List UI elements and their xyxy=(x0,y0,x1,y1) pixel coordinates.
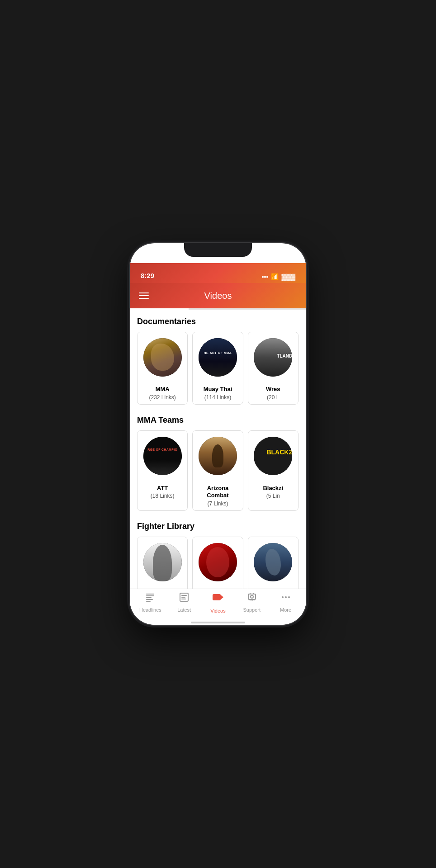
header-title: Videos xyxy=(204,291,232,301)
svg-point-15 xyxy=(288,596,290,598)
nav-videos-label: Videos xyxy=(210,608,225,613)
card-israel-circle xyxy=(199,543,237,581)
documentaries-title: Documentaries xyxy=(137,317,299,326)
signal-icon: ▪▪▪ xyxy=(261,273,268,280)
card-jonj-image-container xyxy=(248,537,298,587)
nav-item-support[interactable]: Support xyxy=(235,592,269,613)
card-blackzi-image-container xyxy=(248,431,298,481)
card-gsp-image xyxy=(143,543,182,581)
card-gsp[interactable]: Georges St-Pierre (36 Links) xyxy=(137,537,188,589)
mma-teams-section: MMA Teams ATT (18 Links) xyxy=(130,408,306,514)
menu-line xyxy=(139,298,149,299)
card-att-circle xyxy=(143,437,182,475)
card-arizona-name: Arizona Combat xyxy=(196,485,239,500)
status-icons: ▪▪▪ 📶 ▓▓▓ xyxy=(261,273,295,280)
home-indicator xyxy=(191,622,245,623)
card-muay-thai[interactable]: Muay Thai (114 Links) xyxy=(192,332,243,405)
menu-line xyxy=(139,295,149,296)
card-wres-image-container xyxy=(248,332,298,382)
card-muay-info: Muay Thai (114 Links) xyxy=(193,382,242,404)
svg-rect-3 xyxy=(146,599,153,600)
nav-headlines-label: Headlines xyxy=(139,607,161,613)
nav-more-label: More xyxy=(280,607,291,613)
card-arizona[interactable]: Arizona Combat (7 Links) xyxy=(192,430,243,511)
svg-rect-1 xyxy=(146,595,154,596)
menu-button[interactable] xyxy=(139,292,149,299)
card-att-name: ATT xyxy=(141,485,184,492)
svg-point-12 xyxy=(251,595,253,598)
nav-item-headlines[interactable]: Headlines xyxy=(133,592,167,613)
svg-marker-10 xyxy=(221,595,223,599)
card-muay-name: Muay Thai xyxy=(196,386,239,393)
svg-rect-9 xyxy=(213,594,221,600)
card-mma-links: (232 Links) xyxy=(141,394,184,401)
card-jonj[interactable]: Jon J (11 Li xyxy=(248,537,299,589)
card-att[interactable]: ATT (18 Links) xyxy=(137,430,188,511)
card-jonj-circle xyxy=(254,543,292,581)
phone-frame: 8:29 ▪▪▪ 📶 ▓▓▓ Videos xyxy=(130,243,306,625)
svg-rect-0 xyxy=(146,594,154,594)
card-jonj-image xyxy=(254,543,292,581)
card-muay-image-container xyxy=(193,332,242,382)
card-israel[interactable]: Israel Adesanya (10 Links) xyxy=(192,537,243,589)
card-muay-links: (114 Links) xyxy=(196,394,239,401)
status-time: 8:29 xyxy=(141,272,154,280)
notch xyxy=(184,243,252,257)
nav-item-latest[interactable]: Latest xyxy=(167,592,201,613)
svg-rect-11 xyxy=(248,594,256,599)
card-arizona-links: (7 Links) xyxy=(196,500,239,507)
card-blackzi-links: (5 Lin xyxy=(252,493,294,499)
app-header: Videos xyxy=(130,283,306,308)
nav-item-more[interactable]: More xyxy=(269,592,303,613)
mma-teams-title: MMA Teams xyxy=(137,415,299,425)
card-israel-image xyxy=(199,543,237,581)
bottom-nav: Headlines Latest xyxy=(130,589,306,622)
card-wres-info: Wres (20 L xyxy=(248,382,298,404)
battery-icon: ▓▓▓ xyxy=(281,273,295,280)
card-muay-circle xyxy=(199,338,237,377)
card-arizona-image-container xyxy=(193,431,242,481)
card-mma-image-container xyxy=(137,332,187,382)
support-icon xyxy=(246,592,257,605)
card-blackzi-image xyxy=(254,437,292,475)
card-blackzi[interactable]: Blackzi (5 Lin xyxy=(248,430,299,511)
more-icon xyxy=(280,592,291,605)
fighter-library-section: Fighter Library Georges St-Pierre xyxy=(130,514,306,589)
card-mma[interactable]: MMA (232 Links) xyxy=(137,332,188,405)
svg-point-14 xyxy=(285,596,287,598)
card-arizona-image xyxy=(199,437,237,475)
card-gsp-image-container xyxy=(137,537,187,587)
svg-point-13 xyxy=(282,596,284,598)
card-wres-image xyxy=(254,338,292,377)
card-att-info: ATT (18 Links) xyxy=(137,481,187,503)
card-muay-image xyxy=(199,338,237,377)
card-mma-info: MMA (232 Links) xyxy=(137,382,187,404)
videos-icon xyxy=(212,591,224,606)
wifi-icon: 📶 xyxy=(271,273,279,280)
svg-rect-6 xyxy=(181,595,187,596)
card-mma-name: MMA xyxy=(141,386,184,393)
documentaries-section: Documentaries MMA (232 Links) xyxy=(130,310,306,408)
status-bar: 8:29 ▪▪▪ 📶 ▓▓▓ xyxy=(130,263,306,283)
nav-latest-label: Latest xyxy=(177,607,191,613)
card-wres-circle xyxy=(254,338,292,377)
card-wres-links: (20 L xyxy=(252,394,294,401)
svg-rect-4 xyxy=(146,601,151,602)
card-blackzi-circle xyxy=(254,437,292,475)
fighter-library-title: Fighter Library xyxy=(137,522,299,531)
card-wres-name: Wres xyxy=(252,386,294,393)
tab-indicator xyxy=(130,308,306,310)
card-att-image xyxy=(143,437,182,475)
card-arizona-circle xyxy=(199,437,237,475)
card-wrestling[interactable]: Wres (20 L xyxy=(248,332,299,405)
fighter-library-cards: Georges St-Pierre (36 Links) xyxy=(137,537,299,589)
nav-item-videos[interactable]: Videos xyxy=(201,591,235,613)
card-mma-circle xyxy=(143,338,182,377)
svg-rect-7 xyxy=(181,597,185,598)
mma-teams-cards: ATT (18 Links) A xyxy=(137,430,299,511)
main-content: Documentaries MMA (232 Links) xyxy=(130,310,306,589)
nav-support-label: Support xyxy=(243,607,261,613)
headlines-icon xyxy=(145,592,156,605)
card-arizona-info: Arizona Combat (7 Links) xyxy=(193,481,242,511)
card-gsp-circle xyxy=(143,543,182,581)
